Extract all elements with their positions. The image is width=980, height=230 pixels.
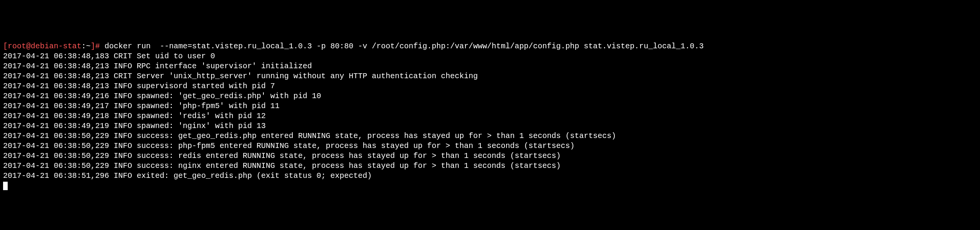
prompt-path: ~ [86,42,91,51]
log-line: 2017-04-21 06:38:51,296 INFO exited: get… [3,171,372,180]
log-line: 2017-04-21 06:38:49,219 INFO spawned: 'n… [3,122,266,130]
log-line: 2017-04-21 06:38:48,213 CRIT Server 'uni… [3,72,478,80]
log-line: 2017-04-21 06:38:48,183 CRIT Set uid to … [3,52,215,61]
log-line: 2017-04-21 06:38:49,216 INFO spawned: 'g… [3,92,321,100]
log-line: 2017-04-21 06:38:48,213 INFO RPC interfa… [3,62,312,71]
terminal-output: [root@debian-stat:~]# docker run --name=… [3,41,977,191]
log-line: 2017-04-21 06:38:49,217 INFO spawned: 'p… [3,102,280,110]
log-line: 2017-04-21 06:38:50,229 INFO success: ph… [3,141,574,150]
log-line: 2017-04-21 06:38:50,229 INFO success: ge… [3,131,616,140]
log-line: 2017-04-21 06:38:50,229 INFO success: re… [3,151,561,160]
command-text: docker run --name=stat.vistep.ru_local_1… [104,42,704,51]
prompt-colon: : [81,42,86,51]
prompt-host: debian-stat [31,42,81,51]
prompt-user: root [8,42,26,51]
log-line: 2017-04-21 06:38:50,229 INFO success: ng… [3,161,561,170]
log-line: 2017-04-21 06:38:48,213 INFO supervisord… [3,82,275,90]
prompt-open-bracket: [ [3,42,8,51]
cursor [3,182,8,190]
prompt-close: ]# [91,42,104,51]
prompt-at: @ [26,42,31,51]
log-line: 2017-04-21 06:38:49,218 INFO spawned: 'r… [3,112,266,120]
